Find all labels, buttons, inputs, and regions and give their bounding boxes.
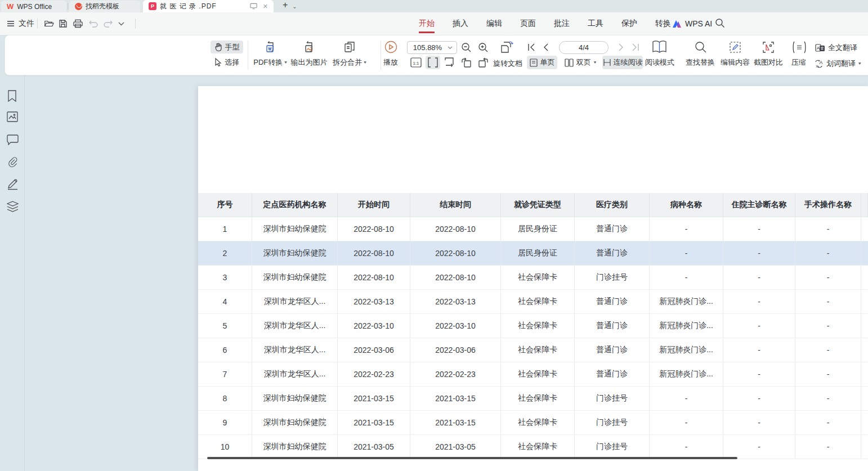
find-replace-button[interactable] bbox=[694, 41, 706, 53]
fit-width-button[interactable] bbox=[426, 56, 440, 69]
play-label[interactable]: 播放 bbox=[376, 57, 405, 68]
word-translate-button[interactable]: xA 划词翻译 ▾ bbox=[814, 58, 868, 69]
single-page-button[interactable]: 单页 bbox=[527, 56, 557, 69]
tab-docer-templates[interactable]: 找稻壳模板 bbox=[69, 1, 140, 12]
table-row[interactable]: 5深圳市龙华区人...2022-03-102022-03-10社会保障卡普通门诊… bbox=[198, 314, 868, 338]
zoom-level-input[interactable]: 105.88% bbox=[407, 41, 457, 54]
table-row[interactable]: 2深圳市妇幼保健院2022-08-102022-08-10居民身份证普通门诊--… bbox=[198, 241, 868, 266]
save-button[interactable] bbox=[59, 12, 68, 35]
split-merge-button[interactable] bbox=[343, 41, 356, 54]
pdf-page[interactable]: 序号定点医药机构名称开始时间结束时间就诊凭证类型医疗类别病种名称住院主诊断名称手… bbox=[198, 86, 868, 471]
zoom-in-button[interactable] bbox=[477, 42, 489, 53]
table-row[interactable]: 9深圳市妇幼保健院2021-03-152021-03-15社会保障卡门诊挂号--… bbox=[198, 411, 868, 435]
signature-panel-button[interactable] bbox=[7, 178, 19, 190]
table-row[interactable]: 10深圳市妇幼保健院2021-03-052021-03-05社会保障卡门诊挂号-… bbox=[198, 435, 868, 459]
table-cell: 2021-03-15 bbox=[410, 411, 501, 434]
menu-tab-页面[interactable]: 页面 bbox=[511, 12, 545, 35]
quickbar-more-button[interactable] bbox=[118, 12, 124, 35]
layers-panel-button[interactable] bbox=[7, 201, 19, 212]
screen-share-icon[interactable] bbox=[250, 3, 257, 10]
thumbnails-panel-button[interactable] bbox=[7, 111, 18, 122]
table-cell: 深圳市妇幼保健院 bbox=[252, 411, 338, 434]
open-file-button[interactable] bbox=[44, 12, 54, 35]
continuous-reading-button[interactable]: 连续阅读 bbox=[602, 56, 643, 69]
fit-page-button[interactable] bbox=[444, 57, 455, 68]
file-menu-button[interactable]: 文件 bbox=[7, 12, 34, 35]
table-cell: 深圳市龙华区人... bbox=[252, 314, 338, 338]
table-cell: 2022-02-23 bbox=[410, 362, 501, 386]
zoom-out-icon bbox=[461, 42, 472, 53]
first-page-button[interactable] bbox=[527, 43, 536, 52]
continuous-reading-label: 连续阅读 bbox=[614, 57, 643, 68]
table-row[interactable]: 8深圳市妇幼保健院2021-03-152021-03-15社会保障卡门诊挂号--… bbox=[198, 387, 868, 411]
attachments-panel-button[interactable] bbox=[7, 156, 19, 168]
embedded-horizontal-scrollbar[interactable] bbox=[207, 457, 737, 459]
menu-tab-保护[interactable]: 保护 bbox=[612, 12, 646, 35]
redo-button[interactable] bbox=[104, 12, 113, 35]
table-cell: 4 bbox=[198, 290, 252, 313]
table-row[interactable]: 7深圳市龙华区人...2022-02-232022-02-23社会保障卡普通门诊… bbox=[198, 362, 868, 387]
table-cell: 普通门诊 bbox=[575, 362, 650, 386]
full-text-translate-button[interactable]: A 全文翻译 bbox=[815, 42, 865, 53]
table-row[interactable]: 4深圳市龙华区人...2022-03-132022-03-13社会保障卡普通门诊… bbox=[198, 290, 868, 314]
export-as-image-label[interactable]: 输出为图片 bbox=[289, 57, 329, 68]
rotate-right-button[interactable] bbox=[477, 57, 489, 68]
table-cell: - bbox=[723, 362, 795, 386]
menu-tab-工具[interactable]: 工具 bbox=[579, 12, 612, 35]
zoom-out-button[interactable] bbox=[460, 42, 472, 53]
hamburger-icon bbox=[7, 20, 15, 27]
table-cell: 社会保障卡 bbox=[501, 362, 575, 386]
rotate-document-label[interactable]: 旋转文档 bbox=[492, 59, 524, 69]
double-page-icon bbox=[565, 59, 574, 67]
compress-label[interactable]: 压缩 bbox=[788, 57, 810, 68]
previous-page-button[interactable] bbox=[542, 43, 551, 52]
last-page-button[interactable] bbox=[631, 43, 640, 52]
table-cell: 深圳市妇幼保健院 bbox=[252, 266, 338, 289]
screenshot-compare-label[interactable]: 截图对比 bbox=[751, 57, 785, 68]
menu-search-button[interactable] bbox=[715, 18, 725, 28]
pdf-convert-label[interactable]: PDF转换▾ bbox=[248, 57, 293, 68]
compress-button[interactable] bbox=[792, 41, 807, 54]
new-tab-button[interactable]: + bbox=[283, 0, 288, 12]
pdf-convert-button[interactable] bbox=[263, 41, 277, 54]
table-cell: 深圳市龙华区人... bbox=[252, 290, 338, 313]
table-row[interactable]: 6深圳市龙华区人...2022-03-062022-03-06社会保障卡普通门诊… bbox=[198, 338, 868, 362]
tab-document-pdf[interactable]: P 就 医 记 录 .PDF ✕ bbox=[143, 0, 274, 12]
screenshot-compare-button[interactable] bbox=[762, 41, 775, 54]
double-page-button[interactable]: 双页 ▾ bbox=[562, 56, 599, 69]
tab-list-chevron-icon[interactable]: ⌄ bbox=[292, 3, 297, 10]
find-replace-label[interactable]: 查找替换 bbox=[683, 57, 717, 68]
table-row[interactable]: 3深圳市妇幼保健院2022-08-102022-08-10社会保障卡门诊挂号--… bbox=[198, 266, 868, 290]
export-as-image-button[interactable] bbox=[302, 41, 316, 54]
next-page-button[interactable] bbox=[616, 43, 625, 52]
edit-content-button[interactable] bbox=[728, 41, 742, 54]
menu-tab-批注[interactable]: 批注 bbox=[545, 12, 579, 35]
close-tab-icon[interactable]: ✕ bbox=[263, 3, 268, 10]
select-tool-button[interactable]: 选择 bbox=[211, 56, 243, 69]
reverse-pages-button[interactable] bbox=[500, 41, 514, 54]
tab-wps-office[interactable]: W WPS Office bbox=[1, 1, 66, 12]
undo-button[interactable] bbox=[89, 12, 98, 35]
read-mode-label[interactable]: 阅读模式 bbox=[644, 57, 675, 68]
comments-panel-button[interactable] bbox=[7, 134, 19, 145]
menu-tab-插入[interactable]: 插入 bbox=[444, 12, 477, 35]
print-button[interactable] bbox=[73, 12, 83, 35]
page-number-input[interactable]: 4/4 bbox=[559, 41, 609, 54]
tab-label: WPS Office bbox=[17, 3, 52, 11]
table-row[interactable]: 1深圳市妇幼保健院2022-08-102022-08-10居民身份证普通门诊--… bbox=[198, 217, 868, 241]
split-merge-label[interactable]: 拆分合并▾ bbox=[328, 57, 372, 68]
wps-ai-button[interactable]: WPS AI bbox=[672, 12, 712, 35]
menu-tab-开始[interactable]: 开始 bbox=[410, 12, 444, 35]
divider bbox=[135, 19, 136, 29]
edit-content-label[interactable]: 编辑内容 bbox=[718, 57, 752, 68]
menu-tab-编辑[interactable]: 编辑 bbox=[477, 12, 511, 35]
play-button[interactable] bbox=[384, 41, 397, 53]
read-mode-button[interactable] bbox=[652, 40, 667, 54]
rotate-left-button[interactable] bbox=[460, 57, 472, 68]
table-cell: - bbox=[795, 314, 861, 338]
bookmark-panel-button[interactable] bbox=[7, 90, 17, 102]
zoom-in-icon bbox=[478, 42, 489, 53]
hand-tool-button[interactable]: 手型 bbox=[211, 41, 243, 53]
table-cell: - bbox=[650, 217, 723, 241]
actual-size-button[interactable]: 1:1 bbox=[410, 57, 422, 68]
